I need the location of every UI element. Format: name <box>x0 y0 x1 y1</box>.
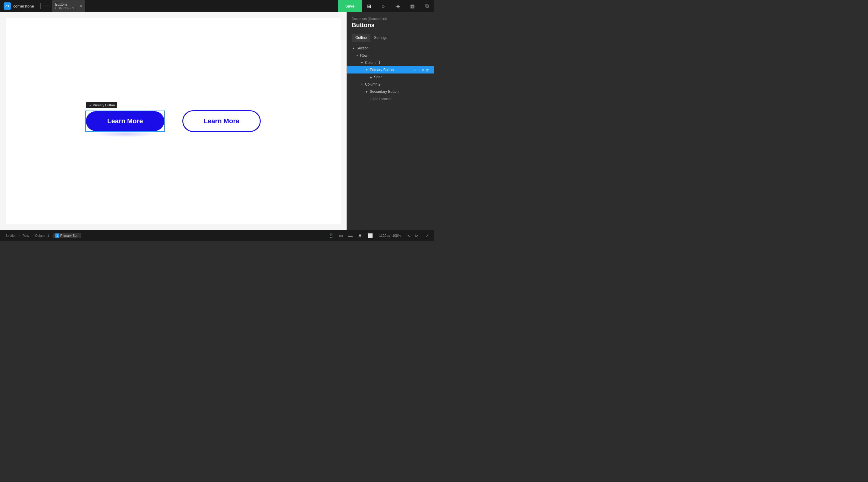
delete-action-icon[interactable]: 🗑 <box>426 68 429 72</box>
label-primary-button: Primary Button <box>370 68 394 72</box>
tree-item-section[interactable]: Section <box>347 44 434 52</box>
save-button[interactable]: Save <box>338 0 362 12</box>
statusbar: Section › Row › Column 1 › 1Primary Bu..… <box>0 230 434 241</box>
right-panel: Document (Component) Buttons Outline Set… <box>347 12 434 230</box>
nav-forward-icon[interactable]: ⊳ <box>413 232 420 238</box>
arrow-row <box>355 54 359 57</box>
label-secondary-button: Secondary Button <box>370 90 398 94</box>
topbar-right: Save ⊞ ⌕ ◈ ▦ ⧉ <box>338 0 434 12</box>
label-column1: Column 1 <box>365 61 380 65</box>
view-widescreen-icon[interactable]: ⬜ <box>366 232 374 239</box>
secondary-button[interactable]: Learn More <box>182 110 261 132</box>
label-column2: Column 2 <box>365 82 380 87</box>
tree-item-row[interactable]: Row <box>347 52 434 59</box>
expand-icon[interactable]: ⤢ <box>424 232 430 238</box>
button-shadow <box>94 131 156 137</box>
logo-icon: cs <box>4 2 11 10</box>
canvas-content: Primary Button Learn More Learn More <box>6 18 341 224</box>
breadcrumb-column1[interactable]: Column 1 <box>33 233 51 238</box>
grid-icon-button[interactable]: ⊞ <box>362 0 376 12</box>
tree-item-secondary-button[interactable]: Secondary Button <box>347 88 434 95</box>
label-span: Span <box>374 75 382 79</box>
panel-header: Document (Component) Buttons <box>347 12 434 31</box>
cube-icon: ◈ <box>396 3 400 9</box>
breadcrumb-section[interactable]: Section <box>4 233 19 238</box>
primary-button-selection[interactable]: Learn More <box>86 111 164 131</box>
topbar-icons: ⊞ ⌕ ◈ ▦ ⧉ <box>362 0 434 12</box>
search-icon-button[interactable]: ⌕ <box>376 0 391 12</box>
copy-action-icon[interactable]: ⧉ <box>422 68 424 72</box>
size-value: 1120 <box>379 234 386 237</box>
button-tooltip-text: Primary Button <box>93 103 115 107</box>
tab-subtitle: COMPONENT <box>55 7 76 10</box>
search-icon: ⌕ <box>382 3 385 9</box>
zoom-value: 100 <box>393 234 398 237</box>
layers-icon-button[interactable]: ⧉ <box>420 0 434 12</box>
add-tab-button[interactable]: + <box>43 2 51 10</box>
breadcrumb-sep-1: › <box>19 234 20 237</box>
arrow-primary-button <box>365 68 369 72</box>
primary-button-actions: ⌕ + ⧉ 🗑 <box>414 68 429 72</box>
logo-area: cs cornerstone <box>0 0 38 12</box>
main-area: Primary Button Learn More Learn More Doc… <box>0 12 434 230</box>
label-section: Section <box>356 46 369 50</box>
size-label: 1120px <box>379 234 390 237</box>
grid-icon: ⊞ <box>367 3 371 9</box>
breadcrumb-sep-3: › <box>52 234 53 237</box>
add-element-button[interactable]: + Add Element <box>347 95 434 102</box>
tree-item-column1[interactable]: Column 1 <box>347 59 434 66</box>
view-mobile-icon[interactable]: 📱 <box>327 232 335 239</box>
layout-icon-button[interactable]: ▦ <box>405 0 420 12</box>
button-tooltip: Primary Button <box>86 102 117 108</box>
tree-item-primary-button[interactable]: Primary Button ⌕ + ⧉ 🗑 <box>347 66 434 73</box>
panel-tree: Section Row Column 1 Primary Button ⌕ + … <box>347 42 434 230</box>
nav-buttons: ⊲ ⊳ <box>406 232 420 238</box>
arrow-section <box>352 46 355 50</box>
breadcrumb-sep-2: › <box>31 234 33 237</box>
view-desktop-icon[interactable]: 🖥 <box>356 232 364 239</box>
panel-tabs: Outline Settings <box>347 31 434 42</box>
logo-text: cornerstone <box>13 4 34 8</box>
nav-back-icon[interactable]: ⊲ <box>406 232 412 238</box>
view-tablet-icon[interactable]: ▬ <box>347 232 354 239</box>
topbar: cs cornerstone + Buttons COMPONENT × Sav… <box>0 0 434 12</box>
label-row: Row <box>360 53 367 58</box>
secondary-button-wrapper: Learn More <box>182 110 261 132</box>
zoom-label: 100% <box>393 234 401 237</box>
tab-settings[interactable]: Settings <box>370 34 391 42</box>
view-tablet-small-icon[interactable]: ▭ <box>338 232 344 239</box>
layout-icon: ▦ <box>410 3 415 9</box>
topbar-divider <box>40 3 41 9</box>
tree-item-column2[interactable]: Column 2 <box>347 81 434 88</box>
search-action-icon[interactable]: ⌕ <box>414 68 416 72</box>
breadcrumb-num: 1 <box>55 233 59 238</box>
tab-outline[interactable]: Outline <box>352 34 370 42</box>
buttons-row: Primary Button Learn More Learn More <box>86 110 261 132</box>
breadcrumb-row[interactable]: Row <box>21 233 31 238</box>
logo-abbr: cs <box>5 4 9 8</box>
tab-close-button[interactable]: × <box>80 4 82 8</box>
arrow-secondary-button <box>365 90 369 93</box>
tab-content: Buttons COMPONENT <box>55 2 76 10</box>
breadcrumb-primary-button[interactable]: 1Primary Bu... <box>53 233 82 238</box>
arrow-column2 <box>360 83 364 86</box>
tree-item-span[interactable]: ◈ Span <box>347 73 434 81</box>
active-tab: Buttons COMPONENT × <box>52 0 85 12</box>
statusbar-right: 📱 ▭ ▬ 🖥 ⬜ 1120px 100% ⊲ ⊳ ⤢ <box>327 232 430 239</box>
canvas-area: Primary Button Learn More Learn More <box>0 12 347 230</box>
arrow-column1 <box>360 61 364 64</box>
layers-icon: ⧉ <box>425 3 429 9</box>
primary-button-wrapper: Primary Button Learn More <box>86 111 164 131</box>
tab-title: Buttons <box>55 2 76 7</box>
primary-button[interactable]: Learn More <box>86 111 164 131</box>
panel-title: Buttons <box>352 22 429 29</box>
span-icon: ◈ <box>370 75 372 79</box>
cube-icon-button[interactable]: ◈ <box>391 0 405 12</box>
breadcrumb: Section › Row › Column 1 › 1Primary Bu..… <box>4 233 81 238</box>
panel-doc-label: Document (Component) <box>352 17 429 21</box>
add-action-icon[interactable]: + <box>418 68 420 72</box>
